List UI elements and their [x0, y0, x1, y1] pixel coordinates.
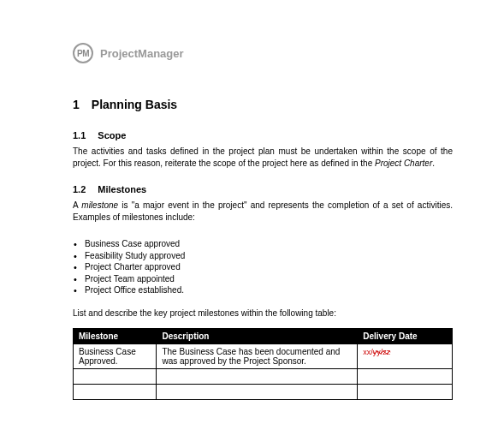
heading-milestones-title: Milestones: [98, 184, 146, 194]
cell-milestone: [74, 368, 157, 384]
milestones-table: Milestone Description Delivery Date Busi…: [73, 328, 453, 400]
list-item: Project Office established.: [73, 284, 453, 296]
list-item: Project Charter approved: [73, 261, 453, 273]
brand-label: ProjectManager: [100, 47, 184, 60]
heading-milestones: 1.2 Milestones: [73, 184, 453, 194]
th-milestone: Milestone: [74, 328, 157, 343]
pm-logo-icon: PM: [73, 43, 93, 63]
cell-description: [157, 368, 358, 384]
cell-delivery-date: [358, 384, 453, 399]
list-item: Business Case approved: [73, 238, 453, 250]
table-header-row: Milestone Description Delivery Date: [74, 328, 453, 343]
cell-milestone: Business Case Approved.: [74, 343, 157, 368]
milestones-intro-pre: A: [73, 200, 81, 210]
list-item: Feasibility Study approved: [73, 250, 453, 262]
scope-text-post: .: [432, 158, 435, 168]
list-item: Project Team appointed: [73, 273, 453, 285]
th-delivery: Delivery Date: [358, 328, 453, 343]
table-row: [74, 384, 453, 399]
scope-text-italic: Project Charter: [375, 158, 432, 168]
date-strike: yy/zz: [373, 348, 391, 356]
cell-delivery-date: xx/yy/zz: [358, 343, 453, 368]
heading-scope-number: 1.1: [73, 130, 86, 140]
heading-1: 1 Planning Basis: [73, 98, 453, 111]
scope-paragraph: The activities and tasks defined in the …: [73, 146, 453, 169]
cell-delivery-date: [358, 368, 453, 384]
heading-1-title: Planning Basis: [92, 98, 177, 111]
date-pre: xx/: [363, 348, 373, 356]
milestones-intro-post: is "a major event in the project" and re…: [73, 200, 453, 222]
heading-scope: 1.1 Scope: [73, 130, 453, 140]
heading-scope-title: Scope: [98, 130, 126, 140]
th-description: Description: [157, 328, 358, 343]
logo-text: PM: [77, 49, 89, 58]
table-row: Business Case Approved. The Business Cas…: [74, 343, 453, 368]
milestones-intro: A milestone is "a major event in the pro…: [73, 200, 453, 223]
milestones-intro-italic: milestone: [81, 200, 118, 210]
table-row: [74, 368, 453, 384]
heading-milestones-number: 1.2: [73, 184, 86, 194]
cell-milestone: [74, 384, 157, 399]
milestones-bullet-list: Business Case approved Feasibility Study…: [73, 238, 453, 296]
table-intro-text: List and describe the key project milest…: [73, 308, 453, 318]
brand-header: PM ProjectManager: [73, 43, 453, 63]
cell-description: [157, 384, 358, 399]
cell-description: The Business Case has been documented an…: [157, 343, 358, 368]
heading-1-number: 1: [73, 98, 80, 111]
